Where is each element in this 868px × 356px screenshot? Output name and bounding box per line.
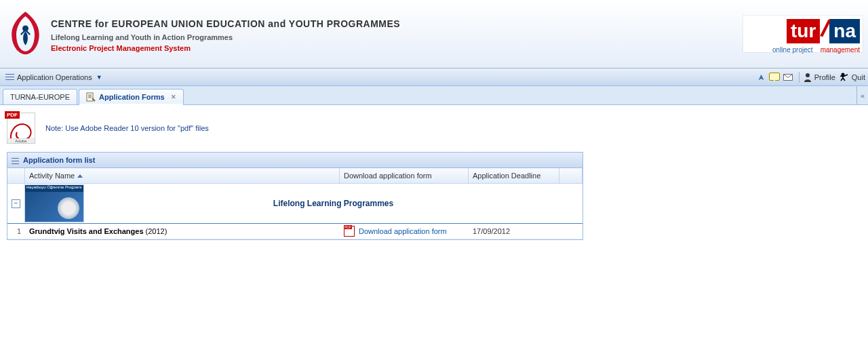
menu-label: Application Operations (17, 73, 92, 81)
cell-download: Download application form (340, 224, 469, 239)
brand-logo: tur / na online project management (743, 16, 863, 52)
group-row: − Hayatboyu Öğrenme Programı Lifelong Le… (7, 184, 583, 224)
brand-sub-blue: online project (772, 46, 812, 54)
download-link[interactable]: Download application form (344, 226, 447, 237)
svg-point-2 (806, 73, 810, 77)
col-filler (559, 168, 583, 183)
cell-filler (559, 224, 583, 239)
svg-rect-4 (87, 93, 93, 101)
brand-sub-red: management (821, 46, 860, 54)
quit-label: Quit (852, 73, 865, 81)
sort-asc-icon (77, 174, 83, 178)
group-title: Lifelong Learning Programmes (84, 199, 583, 208)
content-area: PDF Adobe Note: Use Adobe Reader 10 vers… (0, 105, 868, 356)
chat-icon[interactable] (769, 72, 780, 83)
tabs-row: TURNA-EUROPE Application Forms ✕ « (0, 86, 868, 105)
col-index[interactable] (7, 168, 25, 183)
col-label: Application Deadline (473, 172, 540, 180)
menu-application-operations[interactable]: Application Operations ▼ (3, 72, 105, 83)
table-row[interactable]: 1 Grundtvig Visits and Exchanges (2012) … (7, 224, 583, 239)
chevron-down-icon: ▼ (96, 74, 102, 81)
app-header: CENTRE for EUROPEAN UNION EDUCATION and … (0, 0, 868, 68)
panel-icon (12, 157, 19, 163)
grid-header: Activity Name Download application form … (7, 168, 583, 184)
pdf-note: Note: Use Adobe Reader 10 version for "p… (45, 124, 209, 132)
cell-activity-name: Grundtvig Visits and Exchanges (2012) (25, 224, 340, 239)
person-icon (804, 73, 812, 82)
activity-year-text: (2012) (146, 227, 167, 235)
pdf-small-icon (344, 226, 355, 237)
activity-name-text: Grundtvig Visits and Exchanges (29, 227, 144, 235)
thumbnail-label: Hayatboyu Öğrenme Programı (25, 185, 83, 192)
application-form-list-panel: Application form list Activity Name Down… (7, 152, 583, 240)
col-label: Download application form (344, 172, 432, 180)
header-subtitle: Lifelong Learning and Youth in Action Pr… (51, 33, 743, 41)
main-toolbar: Application Operations ▼ ➤ Profile Quit (0, 68, 868, 86)
profile-label: Profile (814, 73, 835, 81)
org-logo (10, 10, 41, 58)
tab-turna-europe[interactable]: TURNA-EUROPE (3, 89, 77, 104)
pdf-reader-icon[interactable]: PDF Adobe (7, 113, 35, 144)
pdf-badge: PDF (5, 111, 20, 119)
header-tagline: Electronic Project Management System (51, 44, 743, 52)
quit-button[interactable]: Quit (840, 73, 865, 82)
close-icon[interactable]: ✕ (168, 94, 176, 100)
brand-part2: na (829, 19, 860, 43)
cell-deadline: 17/09/2012 (469, 224, 559, 239)
col-deadline[interactable]: Application Deadline (469, 168, 559, 183)
group-thumbnail: Hayatboyu Öğrenme Programı (24, 184, 84, 222)
panel-title: Application form list (23, 156, 95, 164)
exit-icon (840, 73, 849, 82)
tab-application-forms[interactable]: Application Forms ✕ (79, 89, 184, 104)
toolbar-separator (799, 72, 800, 83)
col-label: Activity Name (29, 172, 75, 180)
profile-button[interactable]: Profile (804, 73, 835, 82)
tab-label: Application Forms (99, 93, 165, 101)
col-activity-name[interactable]: Activity Name (25, 168, 340, 183)
menu-icon (5, 73, 14, 81)
form-icon (86, 92, 96, 102)
collapse-side-button[interactable]: « (856, 86, 868, 105)
mail-icon[interactable] (783, 72, 793, 83)
header-title: CENTRE for EUROPEAN UNION EDUCATION and … (51, 18, 743, 29)
tab-label: TURNA-EUROPE (10, 93, 70, 101)
pin-icon[interactable]: ➤ (755, 72, 766, 83)
group-collapse-button[interactable]: − (12, 199, 20, 208)
brand-part1: tur (787, 19, 820, 43)
col-download[interactable]: Download application form (340, 168, 469, 183)
row-index: 1 (7, 224, 25, 239)
download-label: Download application form (359, 227, 447, 235)
adobe-label: Adobe (7, 138, 35, 143)
